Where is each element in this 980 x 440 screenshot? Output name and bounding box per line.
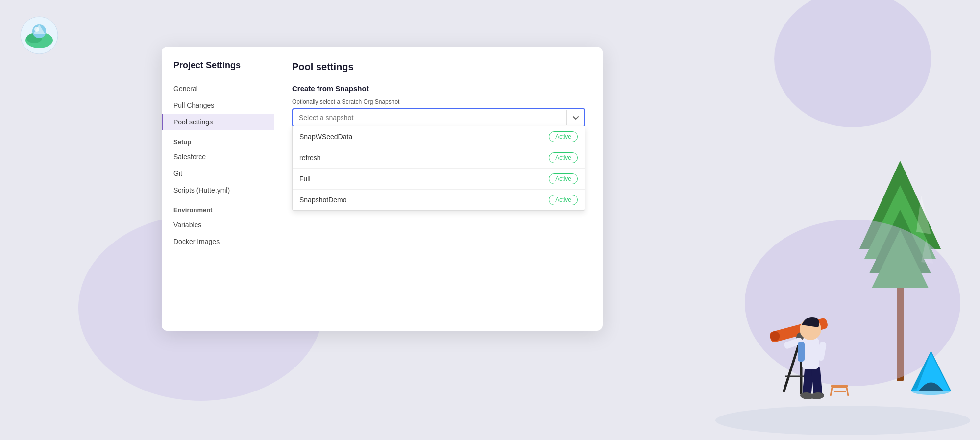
dropdown-option-3[interactable]: SnapshotDemo Active (293, 190, 585, 210)
app-logo (20, 16, 59, 55)
svg-marker-8 (859, 161, 941, 249)
snapshot-dropdown-wrapper: SnapWSeedData Active refresh Active Full… (292, 108, 585, 127)
svg-marker-9 (864, 185, 936, 259)
svg-point-32 (800, 318, 821, 340)
snapshot-field-label: Optionally select a Scratch Org Snapshot (292, 98, 585, 105)
svg-point-14 (745, 220, 960, 386)
svg-line-36 (847, 388, 848, 396)
page-title: Pool settings (292, 61, 585, 73)
sidebar-item-pull-changes[interactable]: Pull Changes (162, 97, 274, 114)
svg-point-17 (911, 387, 951, 395)
status-badge-0: Active (549, 131, 578, 142)
main-card: Project Settings General Pull Changes Po… (162, 47, 603, 331)
snapshot-section-title: Create from Snapshot (292, 84, 585, 93)
svg-line-20 (801, 337, 818, 391)
sidebar: Project Settings General Pull Changes Po… (162, 47, 274, 331)
sidebar-item-salesforce[interactable]: Salesforce (162, 148, 274, 165)
svg-rect-31 (817, 342, 827, 361)
sidebar-title: Project Settings (162, 60, 274, 80)
sidebar-item-git[interactable]: Git (162, 165, 274, 182)
option-name-2: Full (299, 175, 311, 183)
bg-decoration-1 (774, 0, 931, 127)
option-name-3: SnapshotDemo (299, 196, 347, 204)
svg-rect-33 (798, 342, 805, 362)
dropdown-option-2[interactable]: Full Active (293, 169, 585, 190)
sidebar-item-pool-settings[interactable]: Pool settings (162, 114, 274, 130)
option-name-1: refresh (299, 154, 321, 162)
dropdown-option-1[interactable]: refresh Active (293, 147, 585, 169)
svg-marker-13 (921, 239, 933, 264)
sidebar-section-setup: Setup (162, 130, 274, 148)
sidebar-item-general[interactable]: General (162, 80, 274, 97)
status-badge-1: Active (549, 152, 578, 163)
svg-point-27 (800, 392, 814, 400)
svg-rect-30 (784, 337, 803, 349)
sidebar-item-variables[interactable]: Variables (162, 217, 274, 233)
svg-rect-7 (897, 244, 904, 381)
snapshot-input[interactable] (293, 109, 566, 126)
sidebar-section-environment: Environment (162, 198, 274, 217)
sidebar-item-docker-images[interactable]: Docker Images (162, 233, 274, 250)
svg-rect-26 (811, 366, 822, 396)
svg-line-35 (831, 388, 832, 396)
svg-marker-12 (916, 195, 931, 234)
dropdown-option-0[interactable]: SnapWSeedData Active (293, 126, 585, 147)
status-badge-2: Active (549, 173, 578, 184)
dropdown-arrow-icon[interactable] (566, 110, 584, 125)
dropdown-options-list: SnapWSeedData Active refresh Active Full… (292, 126, 585, 211)
main-content: Pool settings Create from Snapshot Optio… (274, 47, 603, 331)
svg-point-28 (810, 392, 824, 400)
status-badge-3: Active (549, 195, 578, 205)
illustration (706, 146, 980, 440)
svg-rect-25 (802, 366, 813, 396)
svg-point-24 (796, 332, 806, 342)
svg-rect-22 (769, 318, 829, 343)
snapshot-input-row[interactable] (292, 108, 585, 127)
svg-point-23 (769, 330, 781, 342)
svg-marker-16 (911, 352, 931, 391)
svg-marker-11 (872, 229, 929, 288)
svg-line-18 (784, 337, 801, 391)
svg-rect-29 (802, 337, 819, 369)
svg-marker-10 (869, 210, 931, 273)
svg-marker-15 (911, 352, 951, 391)
svg-rect-34 (831, 385, 848, 388)
snapshot-section: Create from Snapshot Optionally select a… (292, 84, 585, 127)
svg-point-6 (715, 406, 970, 435)
sidebar-item-scripts[interactable]: Scripts (Hutte.yml) (162, 182, 274, 198)
option-name-0: SnapWSeedData (299, 133, 352, 141)
